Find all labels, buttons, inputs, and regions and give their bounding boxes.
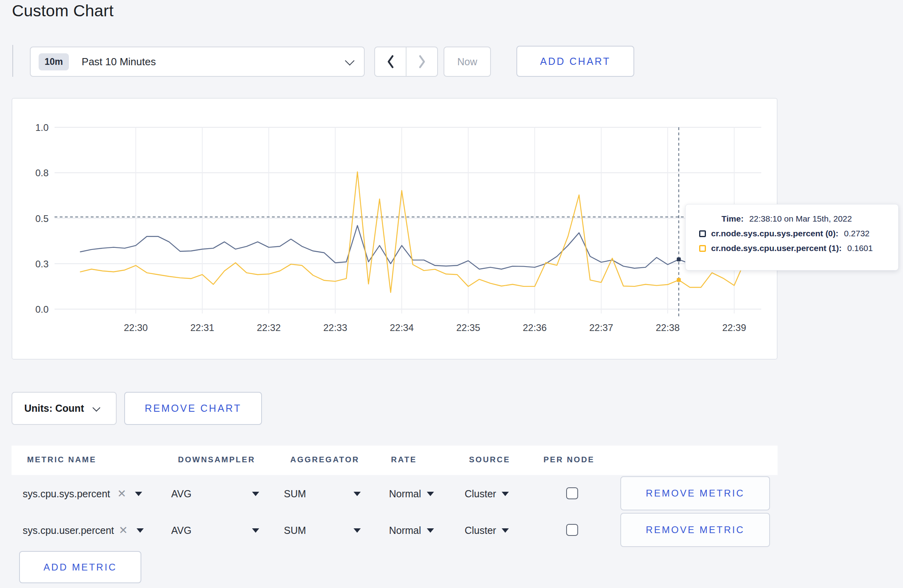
- time-window-badge: 10m: [39, 53, 69, 70]
- aggregator-value: SUM: [284, 525, 306, 536]
- metric-row: sys.cpu.sys.percent ✕ AVG SUM Normal Clu…: [12, 476, 778, 511]
- chevron-down-icon: [92, 403, 100, 411]
- remove-metric-button[interactable]: REMOVE METRIC: [620, 513, 770, 547]
- metric-row: sys.cpu.user.percent ✕ AVG SUM Normal Cl…: [12, 513, 778, 548]
- units-select[interactable]: Units: Count: [12, 392, 117, 425]
- tooltip-time-label: Time:: [721, 214, 744, 224]
- caret-down-icon: [137, 528, 144, 533]
- tooltip-time-value: 22:38:10 on Mar 15th, 2022: [749, 214, 852, 224]
- x-axis-tick-label: 22:31: [190, 322, 214, 333]
- time-pager: [374, 47, 438, 77]
- remove-metric-x-icon[interactable]: ✕: [117, 487, 127, 500]
- aggregator-select[interactable]: SUM: [284, 476, 306, 511]
- aggregator-caret[interactable]: [354, 476, 361, 511]
- remove-metric-button[interactable]: REMOVE METRIC: [620, 476, 770, 510]
- chart-card: 0.00.30.50.81.022:3022:3122:3222:3322:34…: [12, 98, 778, 360]
- metric-name-value: sys.cpu.user.percent: [23, 525, 114, 536]
- now-button[interactable]: Now: [444, 47, 491, 77]
- series-line: [80, 226, 756, 269]
- metric-name-select[interactable]: sys.cpu.sys.percent ✕: [23, 476, 142, 511]
- source-select[interactable]: Cluster: [465, 476, 509, 511]
- column-header-metric-name: METRIC NAME: [27, 455, 96, 464]
- rate-select[interactable]: Normal: [389, 476, 434, 511]
- y-axis-tick-label: 1.0: [35, 122, 49, 133]
- column-header-per-node: PER NODE: [543, 455, 594, 464]
- metric-name-select[interactable]: sys.cpu.user.percent ✕: [23, 513, 144, 548]
- chevron-down-icon: [345, 56, 354, 65]
- x-axis-tick-label: 22:34: [390, 322, 414, 333]
- rate-value: Normal: [389, 525, 421, 536]
- series-sys-swatch-icon: [699, 230, 706, 237]
- y-axis-tick-label: 0.8: [35, 167, 49, 178]
- source-value: Cluster: [465, 525, 496, 536]
- caret-down-icon: [252, 492, 259, 496]
- downsampler-caret[interactable]: [252, 513, 259, 548]
- caret-down-icon: [502, 528, 509, 533]
- tooltip-series-name: cr.node.sys.cpu.user.percent (1):: [711, 243, 842, 253]
- downsampler-select[interactable]: AVG: [171, 513, 192, 548]
- downsampler-value: AVG: [171, 488, 192, 500]
- x-axis-tick-label: 22:33: [323, 322, 347, 333]
- y-axis-tick-label: 0.0: [35, 304, 49, 315]
- x-axis-tick-label: 22:38: [656, 322, 680, 333]
- source-value: Cluster: [465, 488, 496, 500]
- downsampler-value: AVG: [171, 525, 192, 536]
- timeseries-chart[interactable]: 0.00.30.50.81.022:3022:3122:3222:3322:34…: [12, 99, 778, 360]
- toolbar-left-divider: [12, 45, 13, 77]
- source-select[interactable]: Cluster: [465, 513, 509, 548]
- x-axis-tick-label: 22:32: [257, 322, 281, 333]
- y-axis-tick-label: 0.5: [35, 213, 49, 224]
- add-chart-button[interactable]: ADD CHART: [516, 46, 634, 77]
- caret-down-icon: [252, 528, 259, 533]
- downsampler-caret[interactable]: [252, 476, 259, 511]
- rate-value: Normal: [389, 488, 421, 500]
- chevron-right-icon: [417, 54, 427, 70]
- aggregator-value: SUM: [284, 488, 306, 500]
- metric-name-value: sys.cpu.sys.percent: [23, 488, 110, 500]
- column-header-aggregator: AGGREGATOR: [290, 455, 360, 464]
- tooltip-series-name: cr.node.sys.cpu.sys.percent (0):: [711, 229, 838, 238]
- column-header-downsampler: DOWNSAMPLER: [178, 455, 255, 464]
- series-line: [80, 172, 756, 292]
- per-node-checkbox[interactable]: [566, 524, 578, 536]
- chart-tooltip: Time: 22:38:10 on Mar 15th, 2022 cr.node…: [685, 204, 899, 271]
- caret-down-icon: [427, 528, 434, 533]
- add-metric-button[interactable]: ADD METRIC: [19, 551, 141, 583]
- downsampler-select[interactable]: AVG: [171, 476, 192, 511]
- per-node-checkbox[interactable]: [566, 487, 578, 499]
- caret-down-icon: [427, 492, 434, 496]
- tooltip-series-value: 0.1601: [847, 243, 873, 253]
- time-window-label: Past 10 Minutes: [82, 56, 156, 68]
- remove-chart-button[interactable]: REMOVE CHART: [124, 392, 262, 425]
- column-header-rate: RATE: [391, 455, 417, 464]
- aggregator-caret[interactable]: [354, 513, 361, 548]
- next-time-button[interactable]: [407, 47, 437, 76]
- series-user-swatch-icon: [699, 245, 706, 252]
- column-header-source: SOURCE: [469, 455, 510, 464]
- time-range-select[interactable]: 10m Past 10 Minutes: [30, 47, 365, 77]
- crosshair-point: [677, 257, 681, 261]
- crosshair-point: [677, 278, 681, 282]
- aggregator-select[interactable]: SUM: [284, 513, 306, 548]
- chevron-left-icon: [386, 54, 395, 70]
- prev-time-button[interactable]: [375, 47, 407, 76]
- caret-down-icon: [354, 528, 361, 533]
- page-title: Custom Chart: [12, 2, 113, 20]
- remove-metric-x-icon[interactable]: ✕: [119, 524, 128, 537]
- tooltip-series-value: 0.2732: [844, 229, 870, 238]
- x-axis-tick-label: 22:36: [523, 322, 547, 333]
- x-axis-tick-label: 22:30: [124, 322, 148, 333]
- x-axis-tick-label: 22:35: [456, 322, 480, 333]
- metrics-table-header: METRIC NAME DOWNSAMPLER AGGREGATOR RATE …: [12, 446, 778, 475]
- caret-down-icon: [354, 492, 361, 496]
- caret-down-icon: [135, 492, 142, 496]
- units-label: Units: Count: [24, 403, 84, 414]
- y-axis-tick-label: 0.3: [35, 259, 49, 269]
- x-axis-tick-label: 22:39: [722, 322, 746, 333]
- x-axis-tick-label: 22:37: [589, 322, 613, 333]
- caret-down-icon: [502, 492, 509, 496]
- rate-select[interactable]: Normal: [389, 513, 434, 548]
